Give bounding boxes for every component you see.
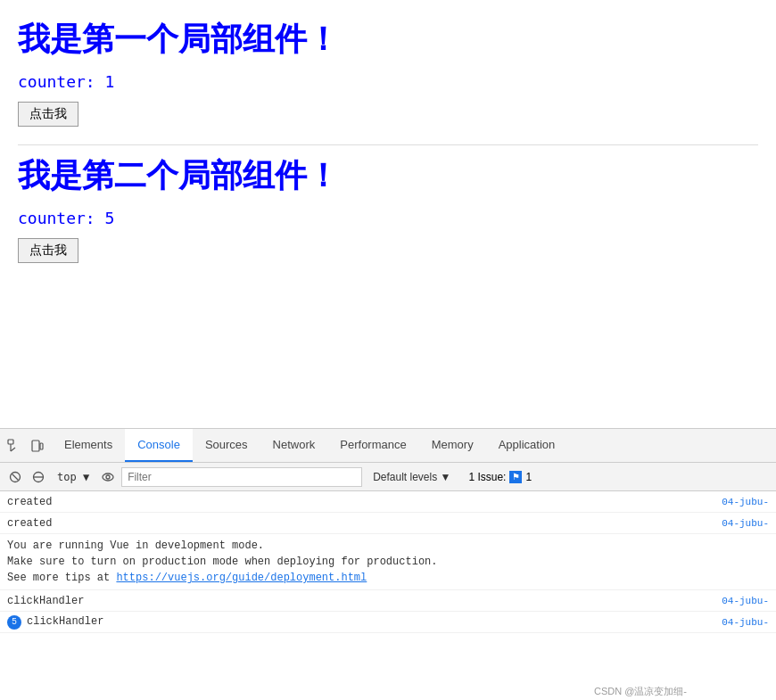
component-2-title: 我是第二个局部组件！	[18, 154, 758, 198]
issue-flag-icon: ⚑	[509, 471, 522, 483]
console-source-1[interactable]: 04-jubu-	[722, 497, 769, 507]
console-source-clickhandler-1[interactable]: 04-jubu-	[722, 596, 769, 606]
console-msg-clickhandler-2: clickHandler	[27, 615, 103, 628]
device-icon[interactable]	[29, 437, 46, 455]
console-msg-created-2: created	[7, 517, 52, 530]
tab-performance[interactable]: Performance	[327, 429, 418, 462]
svg-line-6	[12, 474, 19, 480]
console-row-created-1: created 04-jubu-	[0, 491, 776, 513]
component-1-title: 我是第一个局部组件！	[18, 18, 758, 62]
tab-network[interactable]: Network	[260, 429, 328, 462]
row-num-badge: 5	[7, 615, 21, 630]
console-output: created 04-jubu- created 04-jubu- You ar…	[0, 491, 776, 700]
svg-point-10	[106, 475, 110, 479]
tab-memory[interactable]: Memory	[419, 429, 486, 462]
svg-rect-3	[32, 441, 39, 451]
tab-sources[interactable]: Sources	[193, 429, 260, 462]
console-row-vue-warning: You are running Vue in development mode.…	[0, 534, 776, 590]
tab-application[interactable]: Application	[486, 429, 568, 462]
svg-rect-4	[40, 443, 43, 449]
inspect-icon[interactable]	[5, 437, 23, 455]
svg-point-9	[103, 474, 113, 481]
component-2-button[interactable]: 点击我	[18, 238, 78, 263]
console-toolbar: top ▼ Default levels ▼ 1 Issue: ⚑ 1	[0, 463, 776, 491]
console-row-clickhandler-1: clickHandler 04-jubu-	[0, 590, 776, 612]
devtools-panel: Elements Console Sources Network Perform…	[0, 428, 776, 700]
component-2: 我是第二个局部组件！ counter: 5 点击我	[18, 154, 758, 272]
console-top-select[interactable]: top ▼	[52, 469, 95, 485]
watermark: CSDN @温凉变加细-	[594, 685, 687, 698]
component-1: 我是第一个局部组件！ counter: 1 点击我	[18, 18, 758, 136]
console-msg-vue-warning: You are running Vue in development mode.…	[7, 538, 769, 586]
svg-line-2	[11, 448, 15, 451]
console-row-clickhandler-2: 5 clickHandler 04-jubu-	[0, 612, 776, 633]
console-eye-icon[interactable]	[98, 467, 118, 487]
console-block-icon[interactable]	[29, 467, 48, 487]
console-filter-input[interactable]	[121, 467, 362, 487]
console-clear-icon[interactable]	[5, 467, 25, 487]
devtools-tabs: Elements Console Sources Network Perform…	[52, 429, 567, 462]
svg-rect-0	[8, 440, 13, 444]
console-source-2[interactable]: 04-jubu-	[722, 518, 769, 529]
devtools-icon-group	[0, 437, 52, 455]
page-content: 我是第一个局部组件！ counter: 1 点击我 我是第二个局部组件！ cou…	[0, 0, 776, 428]
tab-elements[interactable]: Elements	[52, 429, 125, 462]
devtools-tabbar: Elements Console Sources Network Perform…	[0, 429, 776, 463]
tab-console[interactable]: Console	[125, 429, 193, 462]
issue-badge[interactable]: 1 Issue: ⚑ 1	[461, 469, 539, 485]
component-1-button[interactable]: 点击我	[18, 102, 78, 127]
component-1-counter: counter: 1	[18, 72, 758, 91]
console-source-clickhandler-2[interactable]: 04-jubu-	[722, 617, 769, 628]
default-levels-dropdown[interactable]: Default levels ▼	[366, 469, 458, 485]
console-msg-created-1: created	[7, 496, 52, 508]
vue-deployment-link[interactable]: https://vuejs.org/guide/deployment.html	[116, 572, 367, 584]
console-msg-clickhandler-1: clickHandler	[7, 595, 84, 607]
component-2-counter: counter: 5	[18, 209, 758, 227]
console-row-created-2: created 04-jubu-	[0, 513, 776, 534]
